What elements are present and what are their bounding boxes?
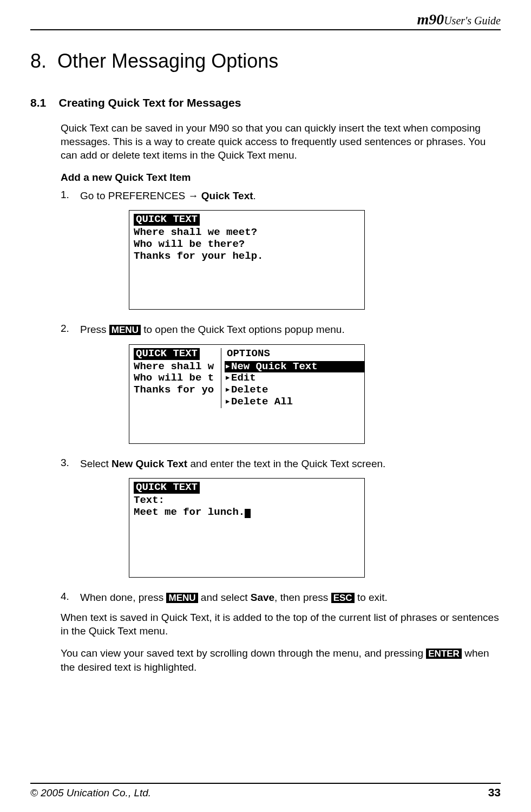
section-heading: 8.1 Creating Quick Text for Messages	[30, 96, 501, 109]
step-post: and enter the text in the Quick Text scr…	[187, 458, 385, 469]
menu-key: MENU	[166, 593, 198, 603]
screen-title: QUICK TEXT	[134, 482, 200, 494]
step-tail: .	[253, 190, 256, 201]
triangle-icon: ▸	[225, 384, 231, 396]
option-new-quick-text: ▸New Quick Text	[225, 361, 364, 373]
step-number: 1.	[61, 189, 80, 202]
chapter-heading: 8. Other Messaging Options	[30, 50, 501, 73]
arrow-icon: →	[188, 190, 199, 201]
chapter-title: Other Messaging Options	[57, 50, 278, 72]
option-label: Delete	[231, 384, 268, 396]
screen-title: QUICK TEXT	[134, 348, 200, 360]
text-field-value: Meet me for lunch.	[134, 506, 245, 518]
step-mid2: , then press	[274, 592, 331, 603]
copyright: © 2005 Unication Co., Ltd.	[30, 787, 151, 799]
step-pre: Press	[80, 324, 109, 335]
step-3: 3. Select New Quick Text and enter the t…	[61, 457, 501, 470]
device-screen-options-popup: QUICK TEXT Where shall w Who will be t T…	[129, 344, 365, 444]
step-pre: When done, press	[80, 592, 166, 603]
after-paragraph-1: When text is saved in Quick Text, it is …	[61, 611, 501, 638]
section-number: 8.1	[30, 96, 46, 109]
triangle-icon: ▸	[225, 396, 231, 408]
section-title: Creating Quick Text for Messages	[59, 96, 241, 109]
option-delete: ▸Delete	[225, 384, 364, 396]
device-screen-text-entry: QUICK TEXT Text: Meet me for lunch.	[129, 478, 365, 578]
esc-key: ESC	[331, 593, 355, 603]
menu-key: MENU	[109, 325, 141, 335]
step-bold: Save	[251, 592, 274, 603]
after-paragraph-2: You can view your saved text by scrollin…	[61, 646, 501, 674]
device-screen-quicktext-list: QUICK TEXT Where shall we meet? Who will…	[129, 210, 365, 310]
cursor-icon	[245, 509, 251, 518]
step-pre: Go to PREFERENCES	[80, 190, 188, 201]
page-number: 33	[488, 786, 501, 799]
step-post: to exit.	[355, 592, 388, 603]
step-bold: New Quick Text	[112, 458, 187, 469]
option-delete-all: ▸Delete All	[225, 396, 364, 408]
option-label: Edit	[231, 372, 256, 384]
list-item: Thanks for your help.	[134, 250, 263, 262]
list-item: Where shall w	[134, 361, 214, 372]
enter-key: ENTER	[426, 649, 462, 659]
header-title: m90User's Guide	[417, 11, 501, 28]
chapter-number: 8.	[30, 50, 47, 72]
step-pre: Select	[80, 458, 112, 469]
step-text: Press MENU to open the Quick Text option…	[80, 323, 501, 336]
list-item: Thanks for yo	[134, 384, 214, 396]
page-footer: © 2005 Unication Co., Ltd. 33	[30, 783, 501, 799]
popup-left-pane: QUICK TEXT Where shall w Who will be t T…	[134, 348, 221, 408]
step-text: Select New Quick Text and enter the text…	[80, 457, 501, 470]
step-bold: Quick Text	[201, 190, 253, 201]
list-item: Where shall we meet?	[134, 226, 257, 238]
step-mid: and select	[198, 592, 251, 603]
step-4: 4. When done, press MENU and select Save…	[61, 591, 501, 604]
step-number: 3.	[61, 457, 80, 470]
triangle-icon: ▸	[225, 372, 231, 384]
step-2: 2. Press MENU to open the Quick Text opt…	[61, 323, 501, 336]
options-title: OPTIONS	[225, 348, 272, 360]
guide-label: User's Guide	[444, 15, 501, 27]
step-post: to open the Quick Text options popup men…	[141, 324, 345, 335]
triangle-icon: ▸	[225, 361, 231, 373]
option-label: New Quick Text	[231, 361, 318, 372]
text-field-label: Text:	[134, 494, 165, 506]
p2-pre: You can view your saved text by scrollin…	[61, 647, 426, 659]
step-number: 4.	[61, 591, 80, 604]
product-logo: m90	[417, 11, 444, 28]
sub-heading: Add a new Quick Text Item	[61, 172, 501, 184]
list-item: Who will be there?	[134, 238, 245, 250]
option-edit: ▸Edit	[225, 372, 364, 384]
step-number: 2.	[61, 323, 80, 336]
step-1: 1. Go to PREFERENCES → Quick Text.	[61, 189, 501, 202]
page-header: m90User's Guide	[30, 11, 501, 30]
list-item: Who will be t	[134, 372, 214, 384]
intro-paragraph: Quick Text can be saved in your M90 so t…	[61, 121, 501, 162]
option-label: Delete All	[231, 396, 293, 408]
screen-title: QUICK TEXT	[134, 214, 200, 226]
step-text: When done, press MENU and select Save, t…	[80, 591, 501, 604]
step-text: Go to PREFERENCES → Quick Text.	[80, 189, 501, 202]
popup-right-pane: OPTIONS ▸New Quick Text ▸Edit ▸Delete ▸D…	[225, 348, 364, 408]
